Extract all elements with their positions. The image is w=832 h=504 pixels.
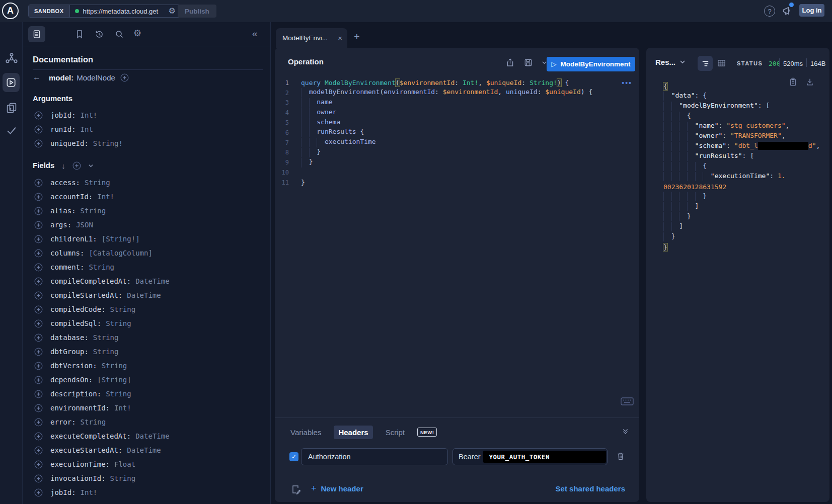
add-field-icon[interactable] <box>34 390 43 398</box>
field-row[interactable]: executionTime:Float <box>33 457 263 471</box>
delete-header-icon[interactable] <box>616 451 625 461</box>
formatted-view-toggle-selected[interactable] <box>698 56 713 71</box>
add-field-icon[interactable] <box>34 263 43 272</box>
field-row[interactable]: compileStartedAt:DateTime <box>33 288 263 302</box>
add-field-icon[interactable] <box>34 418 43 427</box>
field-row[interactable]: invocationId:String <box>33 471 263 485</box>
new-tab-button[interactable]: + <box>354 31 360 43</box>
sandbox-badge[interactable]: SANDBOX <box>29 5 70 17</box>
operation-collections-icon[interactable] <box>0 102 23 114</box>
field-row[interactable]: executeCompletedAt:DateTime <box>33 429 263 443</box>
close-tab-icon[interactable]: × <box>338 34 342 42</box>
run-operation-button[interactable]: ▷ ModelByEnvironment <box>547 57 635 71</box>
add-field-icon[interactable] <box>34 488 43 497</box>
tab-script[interactable]: Script <box>381 426 409 439</box>
add-fields-icon[interactable] <box>72 161 81 170</box>
operation-tab[interactable]: ModelByEnvi... × <box>276 28 347 48</box>
publish-button[interactable]: Publish <box>178 5 216 18</box>
back-arrow-icon[interactable]: ← <box>33 73 44 82</box>
field-row[interactable]: compiledCode:String <box>33 302 263 316</box>
schema-nav-icon[interactable] <box>0 52 23 65</box>
argument-row[interactable]: uniqueId:String! <box>33 136 263 150</box>
add-field-icon[interactable] <box>34 348 43 356</box>
add-field-icon[interactable] <box>34 362 43 370</box>
add-field-icon[interactable] <box>34 277 43 286</box>
login-button[interactable]: Log in <box>799 4 824 17</box>
field-row[interactable]: environmentId:Int! <box>33 401 263 415</box>
collapse-panel-icon[interactable] <box>622 428 629 435</box>
apollo-logo-icon[interactable]: A <box>2 3 19 19</box>
field-row[interactable]: childrenL1:[String!] <box>33 232 263 246</box>
code-line[interactable]: 10 <box>275 167 639 178</box>
tab-variables[interactable]: Variables <box>286 426 326 439</box>
code-line[interactable]: 11} <box>275 178 639 188</box>
share-operation-icon[interactable] <box>505 58 515 67</box>
header-name-input[interactable] <box>301 448 448 465</box>
field-row[interactable]: access:String <box>33 176 263 190</box>
code-line[interactable]: 4owner <box>275 108 639 118</box>
chevron-down-icon[interactable] <box>88 163 94 169</box>
header-value-input[interactable]: Bearer YOUR_AUTH_TOKEN <box>452 448 608 465</box>
field-row[interactable]: args:JSON <box>33 218 263 232</box>
argument-row[interactable]: runId:Int <box>33 122 263 136</box>
environment-variables-icon[interactable] <box>291 484 301 495</box>
add-field-icon[interactable] <box>34 221 43 229</box>
add-field-icon[interactable] <box>34 460 43 469</box>
collapse-sidebar-icon[interactable]: « <box>252 28 258 39</box>
endpoint-url[interactable]: https://metadata.cloud.get <box>83 8 165 15</box>
code-line[interactable]: 5schema <box>275 118 639 128</box>
code-line[interactable]: 2modelByEnvironment(environmentId: $envi… <box>275 88 639 98</box>
field-row[interactable]: jobId:Int! <box>33 485 263 499</box>
tab-headers[interactable]: Headers <box>334 426 372 439</box>
field-row[interactable]: executeStartedAt:DateTime <box>33 443 263 457</box>
explorer-nav-selected[interactable] <box>3 73 20 92</box>
add-field-icon[interactable] <box>34 249 43 258</box>
checks-nav-icon[interactable] <box>0 124 23 136</box>
add-field-icon[interactable] <box>34 111 43 120</box>
help-icon[interactable]: ? <box>764 6 775 17</box>
add-field-icon[interactable] <box>34 446 43 455</box>
code-line[interactable]: 3name <box>275 98 639 108</box>
add-field-icon[interactable] <box>34 376 43 384</box>
save-operation-icon[interactable] <box>523 58 533 67</box>
search-icon[interactable] <box>114 29 124 39</box>
code-line[interactable]: 6runResults { <box>275 128 639 138</box>
code-line[interactable]: 7executionTime <box>275 138 639 148</box>
response-menu-chevron-icon[interactable] <box>679 59 686 65</box>
response-title[interactable]: Res... <box>655 58 675 66</box>
bookmarks-icon[interactable] <box>74 29 85 39</box>
add-field-icon[interactable] <box>34 291 43 300</box>
field-row[interactable]: accountId:Int! <box>33 190 263 204</box>
field-row[interactable]: dbtVersion:String <box>33 359 263 373</box>
code-line[interactable]: 1query ModelByEnvironment($environmentId… <box>275 78 639 88</box>
field-row[interactable]: compileCompletedAt:DateTime <box>33 274 263 288</box>
graphql-editor[interactable]: 1query ModelByEnvironment($environmentId… <box>275 78 639 188</box>
auth-token-value[interactable]: YOUR_AUTH_TOKEN <box>483 451 606 463</box>
breadcrumb-type[interactable]: ModelNode <box>77 73 115 82</box>
code-line[interactable]: 9} <box>275 157 639 167</box>
field-row[interactable]: database:String <box>33 330 263 345</box>
field-row[interactable]: alias:String <box>33 204 263 218</box>
field-row[interactable]: dbtGroup:String <box>33 345 263 359</box>
add-field-icon[interactable] <box>34 404 43 412</box>
endpoint-settings-gear-icon[interactable]: ⚙ <box>169 7 176 15</box>
new-header-button[interactable]: + New header <box>311 483 363 494</box>
argument-row[interactable]: jobId:Int! <box>33 108 263 122</box>
add-field-icon[interactable] <box>34 207 43 215</box>
add-field-icon[interactable] <box>34 432 43 441</box>
settings-gear-icon[interactable]: ⚙ <box>133 28 141 39</box>
field-row[interactable]: columns:[CatalogColumn] <box>33 246 263 260</box>
table-view-toggle-icon[interactable] <box>717 58 726 68</box>
field-row[interactable]: dependsOn:[String] <box>33 373 263 387</box>
add-all-fields-icon[interactable] <box>120 73 129 82</box>
response-json[interactable]: {"data": {"modelByEnvironment": [{"name"… <box>663 81 827 252</box>
add-field-icon[interactable] <box>34 139 43 148</box>
add-field-icon[interactable] <box>34 305 43 314</box>
field-row[interactable]: error:String <box>33 415 263 429</box>
add-field-icon[interactable] <box>34 125 43 134</box>
field-row[interactable]: description:String <box>33 387 263 401</box>
add-field-icon[interactable] <box>34 193 43 201</box>
field-row[interactable]: comment:String <box>33 260 263 274</box>
set-shared-headers-link[interactable]: Set shared headers <box>556 484 625 493</box>
field-row[interactable]: compiledSql:String <box>33 316 263 330</box>
